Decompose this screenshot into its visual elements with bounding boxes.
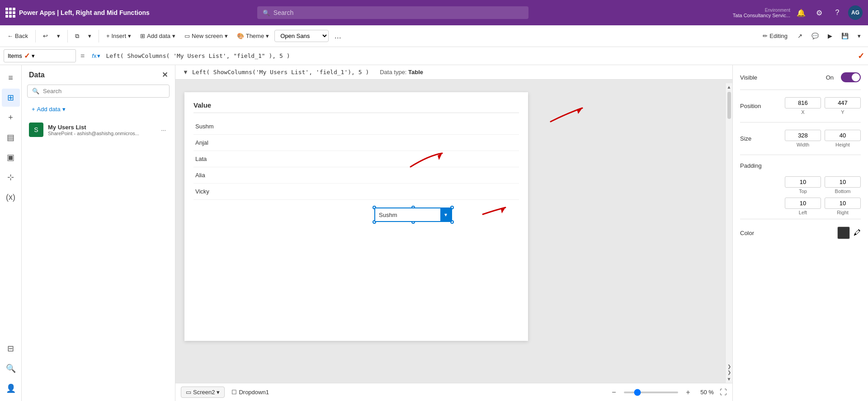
save-button[interactable]: 💾: [838, 31, 852, 41]
avatar[interactable]: AG: [848, 5, 863, 20]
topbar-right: Environment Tata Consultancy Servic... 🔔…: [733, 5, 863, 20]
theme-button[interactable]: 🎨 Theme ▾: [233, 31, 273, 41]
size-width-input[interactable]: [785, 130, 821, 141]
position-x-input[interactable]: [785, 97, 821, 109]
variables-button[interactable]: (x): [2, 188, 20, 206]
control-tab[interactable]: ☐ Dropdown1: [226, 387, 274, 398]
padding-inputs-left-right: Left Right: [740, 198, 861, 215]
fullscreen-button[interactable]: ⛶: [720, 388, 727, 396]
screen-canvas[interactable]: Value Sushm Anjal Lata Alia Vicky: [184, 92, 528, 341]
padding-top-input[interactable]: [785, 176, 821, 188]
add-control-button[interactable]: +: [2, 109, 20, 127]
environment-name: Tata Consultancy Servic...: [733, 13, 790, 18]
editing-button[interactable]: ✏ Editing: [758, 31, 792, 41]
divider-position: [740, 122, 861, 123]
formula-result-chevron-icon[interactable]: ▼: [183, 69, 189, 75]
data-type-value: Table: [408, 69, 423, 75]
notifications-button[interactable]: 🔔: [794, 5, 808, 20]
divider-padding: [740, 219, 861, 219]
gallery-header: Value: [193, 101, 519, 113]
visible-toggle[interactable]: [841, 72, 861, 82]
zoom-slider[interactable]: [624, 392, 678, 393]
padding-right-input[interactable]: [825, 198, 861, 209]
padding-bottom-group: Bottom: [825, 176, 861, 194]
undo-dropdown-button[interactable]: ▾: [53, 31, 64, 41]
screen-tab-label: Screen2: [193, 389, 215, 396]
canvas-dropdown[interactable]: Sushm ▾: [374, 208, 452, 222]
items-checkmark: ✓: [24, 52, 30, 60]
hamburger-button[interactable]: ≡: [2, 69, 20, 87]
screen-tab[interactable]: ▭ Screen2 ▾: [181, 387, 225, 398]
size-height-input[interactable]: [825, 130, 861, 141]
position-y-input[interactable]: [825, 97, 861, 109]
divider-size: [740, 155, 861, 155]
zoom-in-button[interactable]: +: [682, 386, 694, 399]
data-panel-title: Data: [29, 71, 45, 79]
connectors-button[interactable]: ⊹: [2, 168, 20, 186]
waffle-icon[interactable]: [5, 8, 15, 18]
color-swatch[interactable]: [837, 226, 850, 239]
property-selector[interactable]: Items ✓ ▾: [4, 49, 76, 62]
add-data-button[interactable]: + Add data ▾: [27, 103, 170, 115]
data-search-box[interactable]: 🔍: [27, 85, 170, 98]
color-picker-icon[interactable]: 🖍: [854, 229, 861, 237]
plus-icon: +: [106, 33, 110, 39]
database-button[interactable]: ▤: [2, 128, 20, 146]
font-selector[interactable]: Open Sans: [274, 30, 329, 42]
data-source-more-button[interactable]: ···: [159, 125, 168, 135]
search-input[interactable]: [274, 9, 523, 16]
settings-button[interactable]: ⚙: [812, 5, 826, 20]
color-label: Color: [740, 230, 754, 236]
formula-confirm-checkmark[interactable]: ✓: [858, 51, 864, 61]
scroll-down-chevron-2[interactable]: ❯: [727, 369, 731, 375]
scroll-down-chevron-1[interactable]: ❯: [727, 363, 731, 369]
insert-button[interactable]: + Insert ▾: [103, 31, 135, 41]
help-button[interactable]: ?: [830, 5, 844, 20]
scroll-down-button[interactable]: ▼: [726, 375, 732, 383]
share-icon: ↗: [797, 33, 802, 39]
zoom-out-button[interactable]: −: [608, 386, 620, 399]
user-button[interactable]: 👤: [2, 379, 20, 397]
media-button[interactable]: ▣: [2, 148, 20, 166]
treeview-button[interactable]: ⊞: [2, 89, 20, 107]
more-options-button[interactable]: ...: [330, 29, 345, 43]
publish-dropdown-button[interactable]: ▾: [854, 31, 864, 41]
pencil-icon: ✏: [763, 33, 768, 39]
toggle-knob: [852, 73, 860, 81]
comment-button[interactable]: 💬: [808, 31, 822, 41]
padding-left-input[interactable]: [785, 198, 821, 209]
right-label: Right: [825, 210, 861, 215]
fx-icon: fx: [92, 52, 96, 59]
dropdown-arrow-button[interactable]: ▾: [440, 208, 451, 221]
dropdown-control[interactable]: Sushm ▾: [374, 208, 452, 222]
undo-button[interactable]: ↩: [39, 31, 52, 41]
add-data-plus-icon: +: [32, 106, 35, 113]
close-data-panel-button[interactable]: ✕: [162, 71, 168, 79]
search-controls-button[interactable]: 🔍: [2, 359, 20, 377]
data-panel-header: Data ✕: [22, 65, 175, 85]
scroll-track: [727, 91, 731, 363]
formula-bar: Items ✓ ▾ = fx ▾ ✓: [0, 47, 868, 65]
formula-input[interactable]: [106, 52, 851, 59]
scroll-up-button[interactable]: ▲: [726, 83, 732, 91]
share-button[interactable]: ↗: [794, 31, 806, 41]
padding-bottom-input[interactable]: [825, 176, 861, 188]
width-label: Width: [785, 142, 821, 147]
data-source-item[interactable]: S My Users List SharePoint - ashish@ashi…: [22, 119, 175, 141]
back-button[interactable]: ← Back: [4, 31, 32, 41]
duplicate-dropdown-button[interactable]: ▾: [85, 31, 95, 41]
panel-controls-button[interactable]: ⊟: [2, 340, 20, 358]
duplicate-button[interactable]: ⧉: [71, 31, 83, 42]
position-y-group: Y: [825, 97, 861, 115]
global-search[interactable]: 🔍: [257, 6, 528, 19]
insert-label: Insert: [112, 33, 127, 39]
list-item-5: Vicky: [193, 184, 519, 200]
play-button[interactable]: ▶: [824, 31, 836, 41]
add-data-button[interactable]: ⊞ Add data ▾: [137, 31, 179, 41]
scroll-thumb[interactable]: [727, 92, 731, 119]
new-screen-button[interactable]: ▭ New screen ▾: [181, 31, 231, 41]
toolbar: ← Back ↩ ▾ ⧉ ▾ + Insert ▾ ⊞ Add data ▾ ▭…: [0, 25, 868, 47]
data-search-input[interactable]: [43, 88, 165, 94]
add-data-label: Add data: [37, 106, 61, 113]
fx-button[interactable]: fx ▾: [89, 52, 103, 60]
